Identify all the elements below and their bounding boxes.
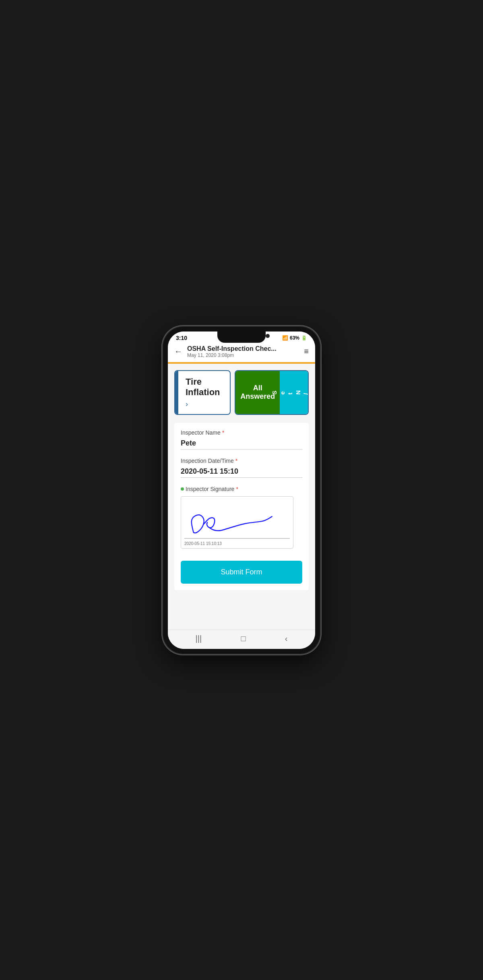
inspector-name-field: Inspector Name * Pete <box>181 429 302 450</box>
form-section: Inspector Name * Pete Inspection Date/Ti… <box>174 423 309 590</box>
back-button[interactable]: ← <box>174 347 182 356</box>
required-star-3: * <box>236 486 238 492</box>
answered-card: All Answered SetN/A <box>235 370 309 415</box>
inspection-datetime-field: Inspection Date/Time * 2020-05-11 15:10 <box>181 458 302 478</box>
battery-icon: 🔋 <box>301 335 307 341</box>
signal-icon: 📶 <box>282 335 288 341</box>
set-na-button[interactable]: SetN/A <box>280 371 308 414</box>
cards-row: Tire Inflation › All Answered SetN/A <box>174 370 309 415</box>
signature-line <box>184 538 290 539</box>
tire-inflation-label: Tire Inflation <box>186 377 225 398</box>
card-indicator <box>175 371 178 414</box>
signature-label: Inspector Signature <box>186 486 234 492</box>
page-subtitle: May 11, 2020 3:08pm <box>187 352 299 358</box>
inspector-name-label: Inspector Name * <box>181 429 302 436</box>
all-answered-label: All Answered <box>240 384 275 401</box>
signature-svg <box>181 497 293 548</box>
phone-screen: 3:10 📶 63% 🔋 ← OSHA Self-Inspection Chec… <box>168 332 315 649</box>
page-title: OSHA Self-Inspection Chec... <box>187 345 299 352</box>
nav-square-button[interactable]: □ <box>241 634 246 643</box>
header-title-block: OSHA Self-Inspection Chec... May 11, 202… <box>187 345 299 358</box>
inspection-datetime-label: Inspection Date/Time * <box>181 458 302 464</box>
header: ← OSHA Self-Inspection Chec... May 11, 2… <box>168 343 315 362</box>
signature-label-row: Inspector Signature * <box>181 486 302 492</box>
submit-form-button[interactable]: Submit Form <box>181 561 302 584</box>
required-star-2: * <box>235 458 237 464</box>
status-icons: 📶 63% 🔋 <box>282 335 307 341</box>
tire-inflation-card[interactable]: Tire Inflation › <box>174 370 231 415</box>
nav-home-button[interactable]: ||| <box>196 634 202 643</box>
menu-button[interactable]: ≡ <box>304 347 309 356</box>
chevron-right-icon: › <box>186 400 225 408</box>
required-star: * <box>222 429 224 436</box>
content-area: Tire Inflation › All Answered SetN/A <box>168 364 315 630</box>
set-na-label: SetN/A <box>270 390 309 395</box>
inspector-signature-field: Inspector Signature * 2020-05-11 15:10:1… <box>181 486 302 549</box>
bottom-nav: ||| □ ‹ <box>168 630 315 649</box>
battery-text: 63% <box>290 335 299 341</box>
phone-frame: 3:10 📶 63% 🔋 ← OSHA Self-Inspection Chec… <box>163 327 320 654</box>
signature-date: 2020-05-11 15:10:13 <box>184 541 222 546</box>
inspector-name-value[interactable]: Pete <box>181 437 302 450</box>
nav-back-button[interactable]: ‹ <box>285 634 288 643</box>
status-time: 3:10 <box>176 335 187 341</box>
notch <box>217 332 266 343</box>
signature-box[interactable]: 2020-05-11 15:10:13 <box>181 496 293 549</box>
inspection-datetime-value[interactable]: 2020-05-11 15:10 <box>181 466 302 478</box>
signature-dot-indicator <box>181 487 184 491</box>
camera <box>266 334 270 338</box>
